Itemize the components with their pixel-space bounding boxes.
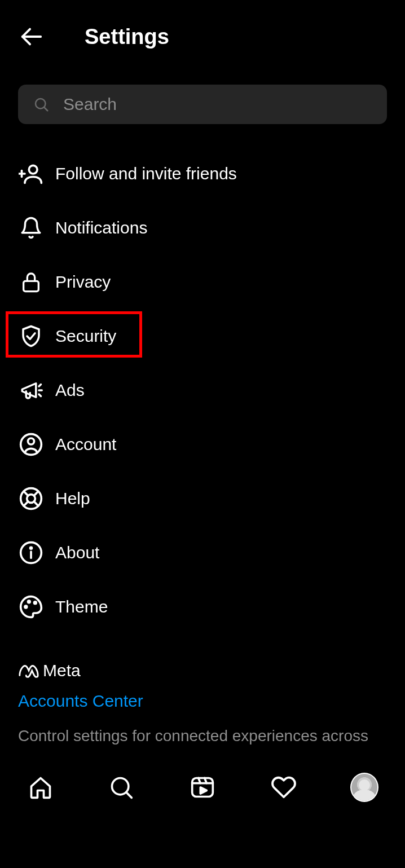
meta-brand: Meta (18, 661, 387, 680)
page-title: Settings (85, 25, 169, 49)
menu-item-privacy[interactable]: Privacy (0, 255, 405, 309)
search-icon (109, 775, 134, 800)
svg-line-17 (24, 501, 28, 506)
menu-label: Follow and invite friends (55, 164, 237, 183)
bottom-nav (0, 761, 405, 868)
arrow-left-icon (18, 24, 44, 50)
svg-point-3 (29, 165, 37, 174)
menu-label: Help (55, 489, 90, 508)
person-add-icon (18, 161, 44, 187)
menu-item-help[interactable]: Help (0, 472, 405, 526)
menu-item-follow-invite[interactable]: Follow and invite friends (0, 147, 405, 201)
svg-line-2 (44, 107, 47, 111)
search-input[interactable]: Search (18, 85, 387, 124)
reels-icon (190, 775, 215, 800)
menu-item-security[interactable]: Security (0, 309, 405, 363)
svg-marker-30 (200, 787, 206, 794)
megaphone-icon (18, 377, 44, 403)
svg-line-7 (39, 385, 41, 387)
nav-reels[interactable] (188, 773, 217, 801)
heart-icon (271, 774, 297, 800)
meta-footer: Meta Accounts Center Control settings fo… (0, 661, 405, 747)
settings-menu: Follow and invite friends Notifications … (0, 147, 405, 634)
menu-item-about[interactable]: About (0, 526, 405, 580)
meta-logo-icon (18, 663, 39, 678)
nav-search[interactable] (107, 773, 135, 801)
svg-line-16 (34, 491, 38, 496)
info-icon (18, 540, 44, 566)
nav-profile[interactable] (350, 773, 378, 801)
home-icon (28, 775, 53, 800)
svg-point-21 (25, 606, 27, 608)
menu-label: Privacy (55, 272, 111, 292)
lock-icon (18, 269, 44, 295)
search-icon (33, 96, 50, 113)
menu-item-theme[interactable]: Theme (0, 580, 405, 634)
svg-rect-6 (24, 281, 39, 291)
svg-point-11 (28, 438, 34, 444)
menu-label: About (55, 543, 99, 562)
svg-point-23 (34, 602, 37, 604)
svg-line-25 (127, 792, 132, 797)
svg-point-22 (28, 601, 30, 603)
svg-line-9 (39, 394, 41, 396)
svg-line-15 (34, 501, 38, 506)
lifebuoy-icon (18, 486, 44, 512)
svg-line-14 (24, 491, 28, 496)
back-button[interactable] (17, 23, 45, 51)
nav-activity[interactable] (270, 773, 298, 801)
nav-home[interactable] (27, 773, 55, 801)
menu-label: Account (55, 435, 116, 454)
header: Settings (0, 0, 405, 68)
footer-description: Control settings for connected experienc… (18, 725, 387, 747)
menu-item-ads[interactable]: Ads (0, 363, 405, 417)
menu-label: Theme (55, 597, 108, 616)
meta-brand-text: Meta (43, 661, 81, 680)
palette-icon (18, 594, 44, 620)
menu-label: Security (55, 327, 116, 346)
shield-check-icon (18, 323, 44, 349)
menu-item-account[interactable]: Account (0, 417, 405, 472)
user-circle-icon (18, 431, 44, 457)
menu-label: Notifications (55, 218, 147, 237)
profile-avatar-icon (350, 773, 378, 802)
search-placeholder: Search (63, 95, 117, 114)
menu-label: Ads (55, 381, 85, 400)
svg-point-20 (30, 547, 32, 549)
accounts-center-link[interactable]: Accounts Center (18, 691, 387, 711)
menu-item-notifications[interactable]: Notifications (0, 201, 405, 255)
bell-icon (18, 215, 44, 241)
